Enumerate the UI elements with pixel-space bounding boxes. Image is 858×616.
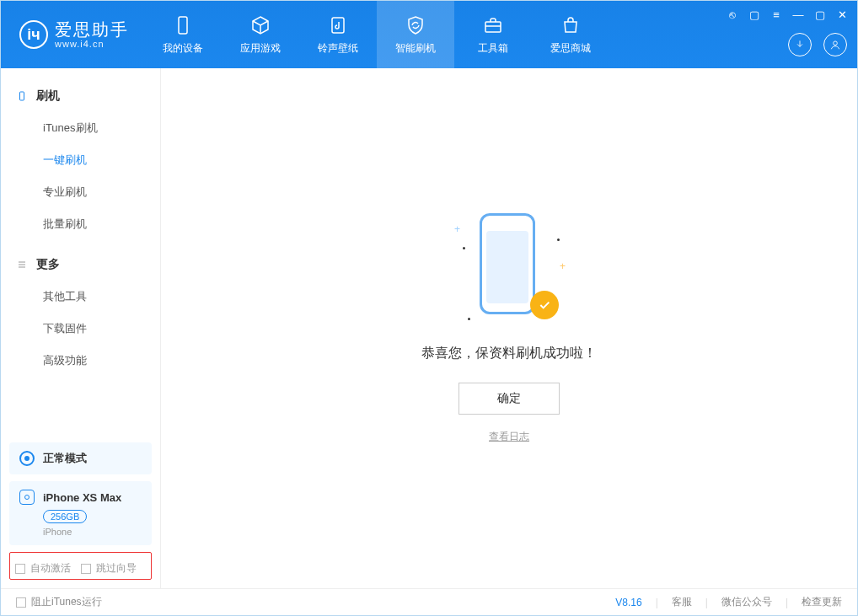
tab-my-device[interactable]: 我的设备 [144, 1, 222, 68]
checkbox-auto-activate[interactable]: 自动激活 [15, 561, 71, 576]
svg-rect-4 [20, 92, 24, 100]
bag-icon [560, 14, 582, 36]
check-badge-icon [530, 291, 559, 319]
success-illustration: + + [463, 213, 555, 323]
sidebar-item-other-tools[interactable]: 其他工具 [43, 281, 160, 313]
sparkle-icon [463, 247, 466, 250]
lock-icon[interactable]: ▢ [748, 8, 761, 21]
top-tabs: 我的设备 应用游戏 铃声壁纸 智能刷机 工具箱 爱思商城 [144, 1, 609, 68]
close-button[interactable]: ✕ [835, 8, 849, 21]
header-actions [788, 33, 847, 56]
music-file-icon [327, 14, 349, 36]
device-storage: 256GB [43, 510, 87, 523]
svg-rect-0 [179, 17, 187, 34]
svg-rect-1 [332, 18, 344, 33]
user-button[interactable] [823, 33, 847, 56]
sidebar-item-pro-flash[interactable]: 专业刷机 [43, 176, 160, 208]
plus-deco-icon: + [560, 260, 566, 272]
mode-label: 正常模式 [43, 451, 87, 466]
shield-refresh-icon [405, 14, 426, 36]
sparkle-icon [557, 238, 560, 242]
view-log-link[interactable]: 查看日志 [489, 430, 529, 444]
sidebar-item-download-firmware[interactable]: 下载固件 [43, 313, 160, 345]
plus-deco-icon: + [454, 223, 460, 235]
logo-icon: iч [19, 20, 48, 49]
tab-ringtone-wallpaper[interactable]: 铃声壁纸 [299, 1, 377, 68]
svg-point-3 [834, 41, 838, 46]
minimize-button[interactable]: — [791, 8, 805, 21]
mode-box[interactable]: 正常模式 [9, 442, 152, 474]
device-box[interactable]: iPhone XS Max 256GB iPhone [9, 481, 152, 545]
checkbox-skip-guide[interactable]: 跳过向导 [81, 561, 137, 576]
tshirt-icon[interactable]: ⎋ [726, 8, 739, 21]
device-icon [19, 490, 35, 505]
app-name: 爱思助手 [55, 20, 129, 39]
device-name: iPhone XS Max [43, 491, 121, 504]
sidebar-category-more: 更多 [1, 252, 160, 281]
sidebar-item-batch-flash[interactable]: 批量刷机 [43, 208, 160, 240]
status-bar: 阻止iTunes运行 V8.16 | 客服 | 微信公众号 | 检查更新 [1, 588, 857, 615]
link-wechat[interactable]: 微信公众号 [721, 595, 772, 609]
list-icon [16, 259, 28, 271]
content-area: + + 恭喜您，保资料刷机成功啦！ 确定 查看日志 [161, 68, 857, 588]
phone-illustration-icon [480, 213, 535, 314]
svg-rect-2 [485, 22, 501, 32]
link-check-update[interactable]: 检查更新 [802, 595, 842, 609]
cube-icon [249, 14, 271, 36]
highlighted-checkbox-row: 自动激活 跳过向导 [9, 552, 152, 580]
device-small-icon [16, 90, 28, 102]
success-message: 恭喜您，保资料刷机成功啦！ [421, 345, 597, 362]
device-type: iPhone [43, 527, 142, 537]
header: iч 爱思助手 www.i4.cn 我的设备 应用游戏 铃声壁纸 智能刷机 工具… [1, 1, 857, 68]
link-customer-service[interactable]: 客服 [672, 595, 692, 609]
tab-toolbox[interactable]: 工具箱 [454, 1, 532, 68]
briefcase-icon [482, 14, 504, 36]
mode-dot-icon [19, 451, 35, 466]
sidebar-item-itunes-flash[interactable]: iTunes刷机 [43, 112, 160, 144]
sidebar: 刷机 iTunes刷机 一键刷机 专业刷机 批量刷机 更多 其他工具 下载固件 … [1, 68, 161, 588]
tab-smart-flash[interactable]: 智能刷机 [377, 1, 454, 68]
sidebar-item-one-click-flash[interactable]: 一键刷机 [43, 144, 160, 176]
logo[interactable]: iч 爱思助手 www.i4.cn [1, 1, 144, 68]
sidebar-category-flash: 刷机 [1, 83, 160, 112]
confirm-button[interactable]: 确定 [458, 383, 560, 415]
window-controls: ⎋ ▢ ≡ — ▢ ✕ [726, 8, 849, 21]
sidebar-item-advanced[interactable]: 高级功能 [43, 345, 160, 377]
tab-store[interactable]: 爱思商城 [532, 1, 609, 68]
version-label: V8.16 [615, 597, 641, 608]
app-url: www.i4.cn [55, 39, 129, 49]
phone-icon [172, 14, 194, 36]
maximize-button[interactable]: ▢ [813, 8, 827, 21]
sparkle-icon [468, 318, 471, 321]
tab-apps-games[interactable]: 应用游戏 [222, 1, 299, 68]
download-button[interactable] [788, 33, 812, 56]
checkbox-block-itunes[interactable]: 阻止iTunes运行 [16, 595, 102, 609]
menu-icon[interactable]: ≡ [770, 8, 783, 21]
